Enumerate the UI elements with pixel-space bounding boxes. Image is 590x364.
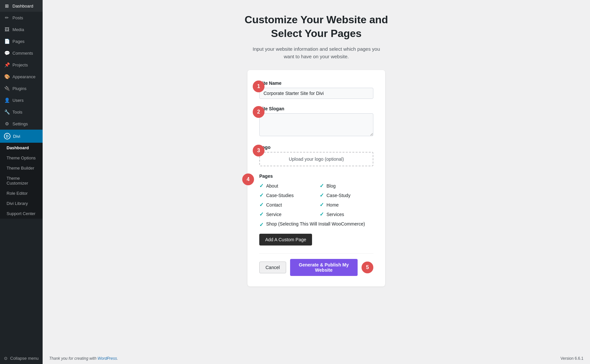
plugins-icon: 🔌	[4, 86, 10, 91]
sidebar-item-posts[interactable]: ✏ Posts	[0, 12, 43, 24]
divi-icon: D	[4, 133, 10, 139]
sidebar-item-projects[interactable]: 📌 Projects	[0, 59, 43, 71]
page-item-services[interactable]: ✓ Services	[320, 211, 373, 217]
page-item-blog[interactable]: ✓ Blog	[320, 183, 373, 189]
sidebar-item-settings[interactable]: ⚙ Settings	[0, 118, 43, 130]
collapse-icon: ⊙	[4, 356, 8, 361]
tools-icon: 🔧	[4, 109, 10, 115]
pages-icon: 📄	[4, 39, 10, 44]
page-item-service[interactable]: ✓ Service	[259, 211, 313, 217]
site-slogan-field-group: 2 Site Slogan	[259, 106, 373, 137]
site-name-field-group: 1 Site Name	[259, 81, 373, 99]
page-label-shop: Shop (Selecting This Will Install WooCom…	[266, 221, 365, 227]
sidebar-item-label: Users	[12, 98, 24, 103]
page-item-contact[interactable]: ✓ Contact	[259, 202, 313, 208]
check-shop-icon: ✓	[259, 222, 264, 228]
comments-icon: 💬	[4, 50, 10, 56]
divi-submenu-theme-options[interactable]: Theme Options	[0, 153, 43, 163]
posts-icon: ✏	[4, 15, 10, 20]
footer: Thank you for creating with WordPress. V…	[43, 353, 590, 364]
version-text: Version 6.6.1	[560, 356, 583, 361]
footer-text: Thank you for creating with WordPress.	[49, 356, 118, 361]
projects-icon: 📌	[4, 62, 10, 67]
divi-submenu-role-editor[interactable]: Role Editor	[0, 188, 43, 198]
generate-publish-button[interactable]: Generate & Publish My Website	[290, 259, 358, 276]
check-case-study-icon: ✓	[320, 192, 324, 198]
sidebar-item-plugins[interactable]: 🔌 Plugins	[0, 82, 43, 94]
page-item-about[interactable]: ✓ About	[259, 183, 313, 189]
main-content: Customize Your Website andSelect Your Pa…	[43, 0, 590, 364]
divi-submenu-theme-builder[interactable]: Theme Builder	[0, 163, 43, 173]
check-case-studies-icon: ✓	[259, 192, 264, 198]
page-label-contact: Contact	[266, 202, 282, 208]
page-label-service: Service	[266, 212, 282, 217]
sidebar-item-label: Appearance	[12, 74, 35, 79]
sidebar-item-label: Pages	[12, 39, 25, 44]
step-4-badge: 4	[242, 173, 254, 185]
sidebar-item-label: Projects	[12, 63, 28, 67]
step-3-badge: 3	[253, 145, 265, 156]
divi-submenu: Dashboard Theme Options Theme Builder Th…	[0, 143, 43, 219]
page-label-case-studies: Case-Studies	[266, 193, 294, 198]
page-title: Customize Your Website andSelect Your Pa…	[245, 13, 388, 40]
pages-section: 4 Pages ✓ About ✓ Blog ✓ Case-Studies ✓ …	[259, 173, 373, 228]
divi-submenu-theme-customizer[interactable]: Theme Customizer	[0, 173, 43, 188]
check-home-icon: ✓	[320, 202, 324, 208]
pages-grid: ✓ About ✓ Blog ✓ Case-Studies ✓ Case-Stu…	[259, 183, 373, 217]
sidebar-item-label: Settings	[12, 121, 28, 126]
sidebar-item-label: Posts	[12, 15, 23, 20]
site-slogan-input[interactable]	[259, 113, 373, 136]
cancel-button[interactable]: Cancel	[259, 262, 286, 273]
pages-label: Pages	[259, 173, 373, 179]
media-icon: 🖼	[4, 27, 10, 32]
sidebar-item-comments[interactable]: 💬 Comments	[0, 47, 43, 59]
sidebar-item-divi[interactable]: D Divi	[0, 130, 43, 143]
add-custom-page-button[interactable]: Add A Custom Page	[259, 234, 312, 246]
logo-upload-button[interactable]: Upload your logo (optional)	[259, 152, 373, 166]
appearance-icon: 🎨	[4, 74, 10, 79]
check-contact-icon: ✓	[259, 202, 264, 208]
sidebar-item-label: Plugins	[12, 86, 27, 91]
site-slogan-label: Site Slogan	[259, 106, 373, 111]
sidebar-item-dashboard[interactable]: ⊞ Dashboard	[0, 0, 43, 12]
page-item-case-study[interactable]: ✓ Case-Study	[320, 192, 373, 198]
page-label-about: About	[266, 183, 278, 189]
check-blog-icon: ✓	[320, 183, 324, 189]
logo-field-group: 3 Logo Upload your logo (optional)	[259, 145, 373, 166]
sidebar-item-label: Media	[12, 27, 24, 32]
sidebar-item-label: Comments	[12, 51, 33, 56]
sidebar-item-pages[interactable]: 📄 Pages	[0, 35, 43, 47]
step-1-badge: 1	[253, 81, 265, 92]
sidebar-item-users[interactable]: 👤 Users	[0, 94, 43, 106]
sidebar-item-media[interactable]: 🖼 Media	[0, 24, 43, 35]
check-about-icon: ✓	[259, 183, 264, 189]
page-label-services: Services	[326, 212, 344, 217]
divi-label: Divi	[13, 134, 20, 139]
logo-upload-text: Upload your logo (optional)	[289, 156, 344, 162]
page-label-blog: Blog	[326, 183, 336, 189]
step-5-badge: 5	[362, 262, 373, 273]
sidebar-item-label: Tools	[12, 110, 22, 115]
wordpress-link[interactable]: WordPress	[97, 356, 117, 361]
collapse-menu-button[interactable]: ⊙ Collapse menu	[0, 353, 43, 364]
check-services-icon: ✓	[320, 211, 324, 217]
sidebar-item-label: Dashboard	[12, 4, 33, 9]
site-name-input[interactable]	[259, 88, 373, 99]
page-item-home[interactable]: ✓ Home	[320, 202, 373, 208]
bottom-actions: Cancel Generate & Publish My Website 5	[259, 253, 373, 276]
sidebar-item-appearance[interactable]: 🎨 Appearance	[0, 71, 43, 82]
page-subtitle: Input your website information and selec…	[247, 46, 385, 60]
divi-submenu-divi-library[interactable]: Divi Library	[0, 198, 43, 209]
divi-submenu-support-center[interactable]: Support Center	[0, 209, 43, 219]
settings-icon: ⚙	[4, 121, 10, 126]
page-label-home: Home	[326, 202, 339, 208]
page-item-shop[interactable]: ✓ Shop (Selecting This Will Install WooC…	[259, 221, 373, 228]
dashboard-icon: ⊞	[4, 3, 10, 9]
check-service-icon: ✓	[259, 211, 264, 217]
logo-label: Logo	[259, 145, 373, 150]
divi-submenu-dashboard[interactable]: Dashboard	[0, 143, 43, 153]
sidebar: ⊞ Dashboard ✏ Posts 🖼 Media 📄 Pages 💬 Co…	[0, 0, 43, 364]
sidebar-item-tools[interactable]: 🔧 Tools	[0, 106, 43, 118]
page-item-case-studies[interactable]: ✓ Case-Studies	[259, 192, 313, 198]
site-name-label: Site Name	[259, 81, 373, 86]
